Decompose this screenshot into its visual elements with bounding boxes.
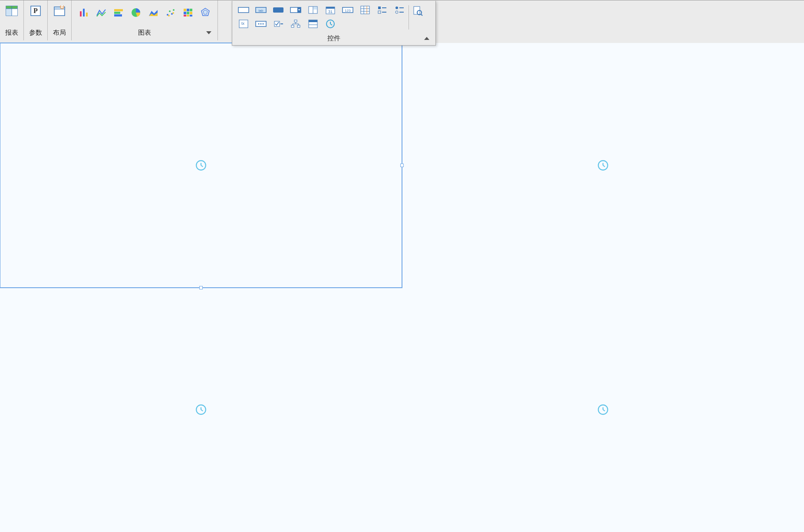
- number-control-icon[interactable]: 123: [342, 5, 354, 15]
- svg-line-102: [603, 410, 605, 411]
- svg-point-23: [169, 10, 171, 12]
- svg-rect-14: [83, 9, 85, 16]
- svg-rect-36: [190, 15, 192, 16]
- svg-point-70: [258, 23, 260, 25]
- svg-rect-34: [184, 15, 186, 16]
- svg-rect-13: [80, 11, 82, 16]
- svg-line-93: [201, 165, 203, 167]
- controls-divider: [409, 5, 409, 30]
- svg-rect-76: [291, 25, 294, 27]
- svg-rect-33: [190, 12, 192, 14]
- scatter-chart-icon[interactable]: [165, 7, 177, 19]
- svg-rect-16: [114, 9, 123, 11]
- chart-label: 图表: [138, 29, 151, 37]
- report-icon[interactable]: [6, 5, 18, 17]
- preview-icon[interactable]: [412, 6, 424, 16]
- svg-point-27: [172, 12, 174, 14]
- params-label: 参数: [29, 29, 42, 37]
- svg-text:tx: tx: [241, 21, 245, 26]
- checkbox-group-icon[interactable]: [376, 5, 389, 15]
- layout-icon[interactable]: [53, 5, 66, 17]
- controls-panel: lab 31 123 tx 控件: [232, 1, 436, 46]
- resize-handle-right[interactable]: [400, 164, 404, 167]
- params-icon[interactable]: P: [30, 5, 42, 17]
- svg-rect-3: [6, 9, 12, 16]
- svg-rect-2: [12, 6, 17, 9]
- svg-rect-1: [6, 6, 12, 9]
- checkbox-control-icon[interactable]: [272, 19, 284, 29]
- password-control-icon[interactable]: [255, 19, 267, 29]
- controls-label: 控件: [327, 34, 340, 43]
- radar-chart-icon[interactable]: [199, 7, 211, 19]
- heatmap-chart-icon[interactable]: [182, 7, 194, 19]
- toolbar-section-report: 报表: [0, 0, 24, 40]
- bar-chart-icon[interactable]: [78, 7, 90, 19]
- svg-rect-83: [309, 20, 317, 22]
- clock-placeholder-icon: [597, 404, 609, 415]
- clock-control-icon[interactable]: [324, 19, 336, 29]
- list-control-icon[interactable]: [307, 19, 319, 29]
- design-canvas[interactable]: [0, 43, 804, 532]
- resize-handle-bottom[interactable]: [199, 286, 203, 289]
- area-chart-icon[interactable]: [147, 7, 159, 19]
- svg-rect-48: [313, 7, 317, 10]
- collapse-arrow-icon[interactable]: [424, 37, 429, 40]
- report-label: 报表: [5, 29, 18, 37]
- radio-group-icon[interactable]: [394, 5, 406, 15]
- toolbar-section-chart: 图表: [72, 0, 218, 40]
- toolbar-section-layout: 布局: [48, 0, 72, 40]
- svg-text:123: 123: [345, 9, 351, 13]
- layout-label: 布局: [53, 29, 66, 37]
- calendar-control-icon[interactable]: 31: [324, 5, 336, 15]
- svg-point-12: [62, 7, 63, 7]
- datetime-control-icon[interactable]: [307, 5, 319, 15]
- combobox-control-icon[interactable]: [290, 5, 302, 15]
- controls-grid: lab 31 123 tx: [237, 5, 406, 29]
- svg-rect-73: [274, 21, 280, 26]
- clock-placeholder-icon: [195, 160, 207, 171]
- svg-rect-17: [114, 12, 120, 14]
- button-control-icon[interactable]: [272, 5, 284, 15]
- svg-point-63: [395, 7, 398, 9]
- svg-rect-59: [378, 7, 381, 9]
- svg-text:31: 31: [328, 10, 333, 14]
- canvas-cell[interactable]: [402, 43, 804, 288]
- tree-control-icon[interactable]: [290, 19, 302, 29]
- svg-rect-42: [273, 7, 283, 13]
- svg-line-90: [421, 14, 422, 16]
- textbox-control-icon[interactable]: [237, 5, 250, 15]
- table-control-icon[interactable]: [359, 5, 371, 15]
- toolbar-section-params: P 参数: [24, 0, 48, 40]
- svg-text:lab: lab: [259, 9, 264, 13]
- svg-rect-32: [187, 12, 189, 14]
- line-chart-icon[interactable]: [95, 7, 107, 19]
- svg-rect-29: [187, 9, 189, 11]
- stacked-bar-icon[interactable]: [112, 7, 125, 19]
- svg-rect-18: [114, 14, 122, 16]
- svg-rect-35: [187, 15, 189, 16]
- svg-rect-30: [190, 9, 192, 11]
- svg-point-26: [168, 15, 170, 16]
- canvas-wrap: [0, 40, 804, 532]
- svg-point-71: [260, 23, 262, 25]
- clock-placeholder-icon: [195, 404, 207, 415]
- label-control-icon[interactable]: lab: [255, 5, 267, 15]
- svg-rect-54: [361, 6, 369, 14]
- svg-rect-4: [12, 9, 17, 16]
- clock-placeholder-icon: [597, 160, 609, 171]
- chart-icons-row: [78, 5, 211, 20]
- svg-rect-77: [297, 25, 300, 27]
- textarea-control-icon[interactable]: tx: [237, 19, 250, 29]
- svg-line-99: [201, 410, 203, 411]
- pie-chart-icon[interactable]: [130, 7, 142, 19]
- canvas-cell[interactable]: [402, 288, 804, 532]
- svg-rect-15: [86, 13, 88, 16]
- svg-point-72: [263, 23, 264, 25]
- svg-rect-50: [326, 7, 335, 9]
- canvas-cell[interactable]: [0, 43, 402, 288]
- canvas-cell[interactable]: [0, 288, 402, 532]
- chart-dropdown-arrow-icon[interactable]: [206, 31, 211, 34]
- svg-marker-38: [203, 10, 208, 14]
- svg-rect-75: [294, 20, 297, 22]
- svg-point-25: [173, 9, 175, 11]
